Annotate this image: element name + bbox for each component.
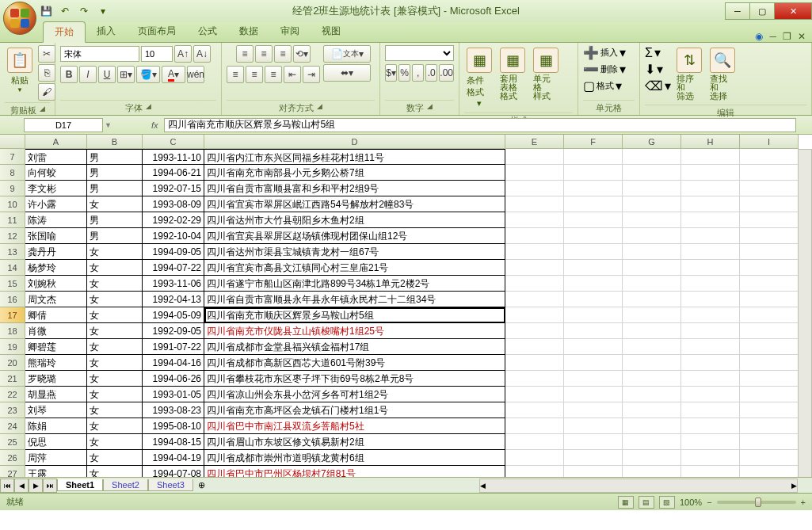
formula-bar[interactable]: 四川省南充市顺庆区辉景乡马鞍山村5组 bbox=[164, 118, 796, 132]
cell[interactable] bbox=[740, 418, 799, 434]
cell[interactable]: 张国喻 bbox=[25, 228, 87, 244]
cell[interactable] bbox=[564, 149, 623, 165]
cell[interactable]: 1994-09-05 bbox=[143, 244, 204, 260]
cell[interactable]: 女 bbox=[87, 292, 143, 307]
row-header[interactable]: 9 bbox=[0, 181, 25, 196]
cell[interactable]: 女 bbox=[87, 402, 143, 418]
border-button[interactable]: ⊞▾ bbox=[117, 66, 135, 83]
cell[interactable] bbox=[740, 387, 799, 402]
row-header[interactable]: 17 bbox=[0, 307, 25, 323]
cell[interactable]: 陈娟 bbox=[25, 418, 87, 434]
cell[interactable]: 四川省成都市高新区西芯大道601号附39号 bbox=[204, 355, 505, 371]
cell[interactable] bbox=[623, 165, 681, 181]
cell[interactable]: 四川省宜宾县翠屏区赵场镇佛现村团保山组12号 bbox=[204, 228, 505, 244]
cell[interactable]: 1993-11-06 bbox=[143, 276, 204, 292]
cell[interactable] bbox=[505, 387, 564, 402]
cell[interactable] bbox=[623, 244, 681, 260]
cell[interactable] bbox=[740, 339, 799, 355]
cell[interactable]: 女 bbox=[87, 276, 143, 292]
cell-styles-button[interactable]: ▦单元格 样式 bbox=[531, 45, 561, 103]
cell[interactable] bbox=[505, 149, 564, 165]
zoom-level[interactable]: 100% bbox=[680, 498, 702, 507]
column-header[interactable]: C bbox=[143, 135, 204, 149]
cell[interactable] bbox=[681, 323, 740, 339]
column-header[interactable]: I bbox=[740, 135, 799, 149]
dec-decimal-button[interactable]: .00 bbox=[439, 64, 454, 82]
cell[interactable] bbox=[623, 323, 681, 339]
cell[interactable]: 刘琴 bbox=[25, 402, 87, 418]
cell[interactable] bbox=[623, 402, 681, 418]
cell[interactable]: 1994-06-26 bbox=[143, 371, 204, 387]
find-select-button[interactable]: 🔍查找和 选择 bbox=[707, 45, 738, 103]
insert-cells-button[interactable]: ➕插入▾ bbox=[583, 45, 635, 60]
cell[interactable]: 女 bbox=[87, 418, 143, 434]
italic-button[interactable]: I bbox=[79, 66, 97, 83]
ribbon-tab-0[interactable]: 开始 bbox=[43, 21, 86, 43]
cell[interactable]: 男 bbox=[87, 165, 143, 181]
redo-icon[interactable]: ↷ bbox=[76, 3, 92, 19]
row-header[interactable]: 20 bbox=[0, 355, 25, 371]
page-layout-view-button[interactable]: ▤ bbox=[639, 496, 654, 509]
cell[interactable] bbox=[505, 323, 564, 339]
cell[interactable] bbox=[740, 276, 799, 292]
cell[interactable] bbox=[623, 149, 681, 165]
format-painter-button[interactable]: 🖌 bbox=[38, 83, 55, 101]
cell[interactable] bbox=[740, 260, 799, 276]
cell[interactable] bbox=[564, 181, 623, 196]
cell[interactable] bbox=[623, 260, 681, 276]
row-header[interactable]: 24 bbox=[0, 418, 25, 434]
cell[interactable] bbox=[564, 228, 623, 244]
column-header[interactable]: D bbox=[204, 135, 505, 149]
zoom-in-button[interactable]: + bbox=[801, 498, 806, 507]
font-size-select[interactable] bbox=[141, 46, 173, 62]
autosum-button[interactable]: Σ▾ bbox=[645, 45, 661, 60]
row-header[interactable]: 13 bbox=[0, 244, 25, 260]
cell[interactable] bbox=[740, 181, 799, 196]
normal-view-button[interactable]: ▦ bbox=[618, 496, 634, 509]
cell[interactable] bbox=[564, 292, 623, 307]
cell[interactable] bbox=[681, 244, 740, 260]
cell[interactable]: 熊瑞玲 bbox=[25, 355, 87, 371]
cell[interactable]: 四川省攀枝花市东区枣子坪下街69号8栋2单元8号 bbox=[204, 371, 505, 387]
cell[interactable] bbox=[623, 307, 681, 323]
table-format-button[interactable]: ▦套用 表格格式 bbox=[497, 45, 528, 103]
cell[interactable]: 四川省自贡市富顺县富和乡和平村2组9号 bbox=[204, 181, 505, 196]
column-header[interactable]: G bbox=[623, 135, 681, 149]
cell[interactable]: 1994-08-15 bbox=[143, 434, 204, 450]
align-top-button[interactable]: ≡ bbox=[236, 45, 254, 63]
paste-button[interactable]: 📋 粘贴▼ bbox=[5, 45, 35, 96]
worksheet-grid[interactable]: ABCDEFGHI 7刘雷男1993-11-10四川省内江市东兴区同福乡桂花村1… bbox=[0, 135, 812, 493]
cell[interactable]: 男 bbox=[87, 149, 143, 165]
cell[interactable]: 胡显燕 bbox=[25, 387, 87, 402]
cell[interactable]: 1993-08-09 bbox=[143, 196, 204, 212]
cell[interactable] bbox=[681, 181, 740, 196]
font-color-button[interactable]: A▾ bbox=[162, 66, 185, 83]
cell[interactable] bbox=[564, 387, 623, 402]
cell[interactable]: 四川省宜宾市高县文江镇同心村三皇庙21号 bbox=[204, 260, 505, 276]
cell[interactable] bbox=[681, 402, 740, 418]
percent-button[interactable]: % bbox=[398, 64, 410, 82]
cell[interactable] bbox=[681, 387, 740, 402]
cell[interactable] bbox=[681, 228, 740, 244]
row-header[interactable]: 23 bbox=[0, 402, 25, 418]
cell[interactable]: 四川省遂宁市船山区南津北路899号34栋1单元2楼2号 bbox=[204, 276, 505, 292]
number-format-select[interactable] bbox=[385, 45, 454, 61]
cell[interactable]: 四川省南充市仪陇县立山镇梭嘴村1组25号 bbox=[204, 323, 505, 339]
cell[interactable] bbox=[681, 339, 740, 355]
cell[interactable] bbox=[505, 371, 564, 387]
ribbon-tab-6[interactable]: 视图 bbox=[311, 21, 352, 42]
column-header[interactable]: H bbox=[681, 135, 740, 149]
cell[interactable] bbox=[564, 244, 623, 260]
cell[interactable]: 龚丹丹 bbox=[25, 244, 87, 260]
namebox-dropdown-icon[interactable]: ▼ bbox=[105, 121, 112, 129]
maximize-button[interactable]: ▢ bbox=[749, 2, 775, 20]
cell[interactable] bbox=[623, 371, 681, 387]
cell[interactable]: 四川省南充市顺庆区辉景乡马鞍山村5组 bbox=[204, 307, 505, 323]
cell[interactable] bbox=[681, 212, 740, 228]
cell[interactable]: 女 bbox=[87, 387, 143, 402]
cell[interactable] bbox=[681, 418, 740, 434]
row-header[interactable]: 25 bbox=[0, 434, 25, 450]
cell[interactable] bbox=[564, 323, 623, 339]
cell[interactable] bbox=[564, 355, 623, 371]
select-all-corner[interactable] bbox=[0, 135, 25, 149]
